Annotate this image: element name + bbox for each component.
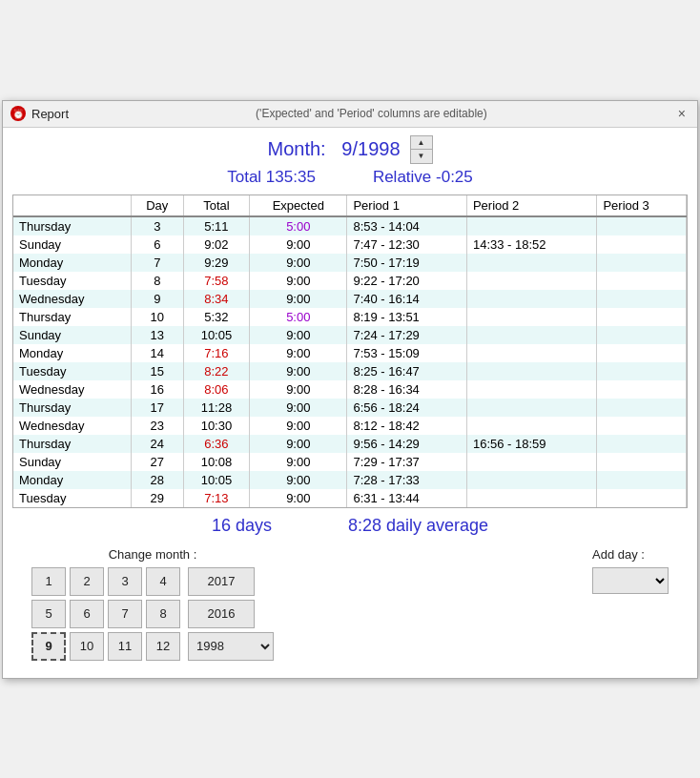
cell-expected[interactable]: 9:00 [250, 453, 347, 471]
cell-period1[interactable]: 8:28 - 16:34 [347, 380, 466, 399]
month-btn-12[interactable]: 12 [146, 632, 180, 661]
cell-period3[interactable] [597, 344, 687, 362]
cell-period3[interactable] [597, 380, 687, 399]
cell-period3[interactable] [597, 272, 687, 290]
cell-name: Wednesday [13, 417, 131, 435]
cell-day: 10 [131, 308, 183, 326]
cell-expected[interactable]: 9:00 [250, 290, 347, 308]
month-btn-3[interactable]: 3 [108, 567, 142, 596]
cell-expected[interactable]: 9:00 [250, 417, 347, 435]
month-up-button[interactable]: ▲ [411, 136, 432, 150]
cell-period2[interactable] [466, 254, 596, 272]
cell-period2[interactable] [466, 471, 596, 489]
cell-period2[interactable]: 16:56 - 18:59 [466, 435, 596, 453]
cell-expected[interactable]: 9:00 [250, 471, 347, 489]
cell-name: Monday [13, 471, 131, 489]
cell-expected[interactable]: 9:00 [250, 272, 347, 290]
cell-expected[interactable]: 9:00 [250, 254, 347, 272]
cell-period2[interactable] [466, 399, 596, 417]
cell-period2[interactable] [466, 272, 596, 290]
cell-expected[interactable]: 9:00 [250, 362, 347, 380]
cell-period1[interactable]: 8:12 - 18:42 [347, 417, 466, 435]
cell-period2[interactable]: 14:33 - 18:52 [466, 235, 596, 254]
cell-period3[interactable] [597, 399, 687, 417]
cell-expected[interactable]: 5:00 [250, 216, 347, 235]
cell-period1[interactable]: 7:24 - 17:29 [347, 326, 466, 344]
month-btn-6[interactable]: 6 [70, 600, 104, 628]
cell-period1[interactable]: 7:50 - 17:19 [347, 254, 466, 272]
cell-day: 6 [131, 235, 183, 254]
year-btn-2016[interactable]: 2016 [188, 600, 255, 628]
cell-period3[interactable] [597, 453, 687, 471]
cell-period1[interactable]: 7:40 - 16:14 [347, 290, 466, 308]
year-btn-2017[interactable]: 2017 [188, 567, 255, 596]
cell-expected[interactable]: 9:00 [250, 399, 347, 417]
cell-name: Thursday [13, 399, 131, 417]
month-btn-11[interactable]: 11 [108, 632, 142, 661]
cell-period1[interactable]: 9:56 - 14:29 [347, 435, 466, 453]
add-day-select[interactable] [592, 567, 669, 594]
cell-period2[interactable] [466, 326, 596, 344]
cell-period1[interactable]: 7:53 - 15:09 [347, 344, 466, 362]
cell-day: 13 [131, 326, 183, 344]
cell-period3[interactable] [597, 417, 687, 435]
cell-period2[interactable] [466, 489, 596, 507]
cell-expected[interactable]: 9:00 [250, 380, 347, 399]
cell-period2[interactable] [466, 344, 596, 362]
cell-name: Tuesday [13, 489, 131, 507]
cell-period3[interactable] [597, 471, 687, 489]
add-day-label: Add day : [592, 547, 645, 562]
cell-expected[interactable]: 9:00 [250, 326, 347, 344]
cell-day: 27 [131, 453, 183, 471]
month-btn-10[interactable]: 10 [70, 632, 104, 661]
cell-total: 7:58 [183, 272, 249, 290]
cell-period2[interactable] [466, 362, 596, 380]
cell-period1[interactable]: 7:29 - 17:37 [347, 453, 466, 471]
month-spinner[interactable]: ▲ ▼ [410, 135, 433, 164]
cell-period1[interactable]: 8:53 - 14:04 [347, 216, 466, 235]
cell-period2[interactable] [466, 417, 596, 435]
cell-period3[interactable] [597, 308, 687, 326]
cell-expected[interactable]: 9:00 [250, 489, 347, 507]
cell-expected[interactable]: 9:00 [250, 435, 347, 453]
cell-period3[interactable] [597, 435, 687, 453]
cell-period1[interactable]: 8:19 - 13:51 [347, 308, 466, 326]
cell-name: Sunday [13, 453, 131, 471]
table-row: Thursday246:369:009:56 - 14:2916:56 - 18… [13, 435, 687, 453]
cell-period1[interactable]: 6:31 - 13:44 [347, 489, 466, 507]
cell-period3[interactable] [597, 362, 687, 380]
month-btn-7[interactable]: 7 [108, 600, 142, 628]
cell-period3[interactable] [597, 489, 687, 507]
cell-expected[interactable]: 5:00 [250, 308, 347, 326]
year-dropdown[interactable]: 1998 1999 2000 [188, 632, 274, 661]
cell-period2[interactable] [466, 308, 596, 326]
table-body: Thursday35:115:008:53 - 14:04Sunday69:02… [13, 216, 687, 507]
cell-period2[interactable] [466, 290, 596, 308]
cell-period2[interactable] [466, 216, 596, 235]
month-btn-8[interactable]: 8 [146, 600, 180, 628]
cell-period3[interactable] [597, 216, 687, 235]
cell-period1[interactable]: 6:56 - 18:24 [347, 399, 466, 417]
cell-expected[interactable]: 9:00 [250, 344, 347, 362]
month-btn-1[interactable]: 1 [31, 567, 66, 596]
cell-day: 8 [131, 272, 183, 290]
cell-period1[interactable]: 7:28 - 17:33 [347, 471, 466, 489]
cell-period1[interactable]: 9:22 - 17:20 [347, 272, 466, 290]
data-table: Day Total Expected Period 1 Period 2 Per… [13, 195, 687, 507]
month-btn-2[interactable]: 2 [70, 567, 104, 596]
cell-period1[interactable]: 7:47 - 12:30 [347, 235, 466, 254]
close-button[interactable]: × [674, 106, 690, 121]
cell-period3[interactable] [597, 290, 687, 308]
cell-period2[interactable] [466, 380, 596, 399]
month-down-button[interactable]: ▼ [411, 150, 432, 163]
cell-period3[interactable] [597, 235, 687, 254]
cell-period1[interactable]: 8:25 - 16:47 [347, 362, 466, 380]
cell-period2[interactable] [466, 453, 596, 471]
month-btn-9[interactable]: 9 [31, 632, 66, 661]
month-btn-4[interactable]: 4 [146, 567, 180, 596]
cell-name: Tuesday [13, 362, 131, 380]
cell-period3[interactable] [597, 326, 687, 344]
cell-period3[interactable] [597, 254, 687, 272]
month-btn-5[interactable]: 5 [31, 600, 66, 628]
cell-expected[interactable]: 9:00 [250, 235, 347, 254]
